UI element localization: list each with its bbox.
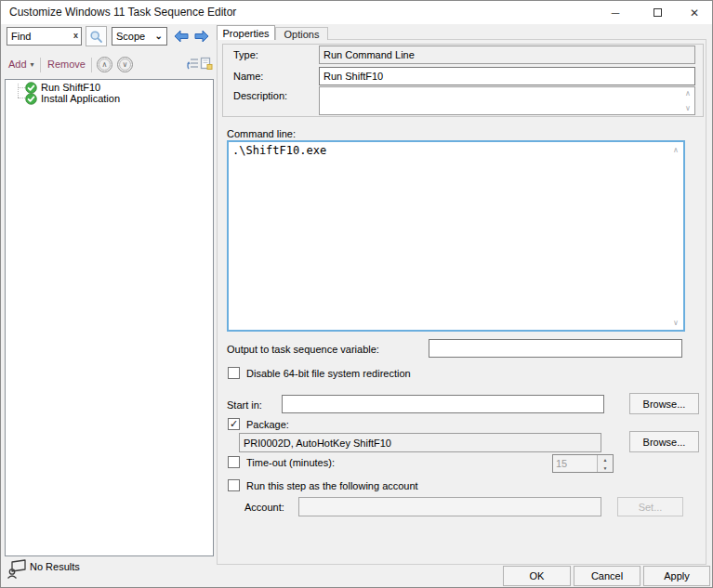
chevron-down-icon: ⌄ xyxy=(155,31,163,41)
timeout-spinner: ▲ ▼ xyxy=(552,454,614,473)
checkbox-box xyxy=(228,456,240,468)
timeout-value-field xyxy=(553,455,597,472)
task-sequence-editor-window: Customize Windows 11 Task Sequence Edito… xyxy=(0,0,713,588)
type-label: Type: xyxy=(233,49,258,60)
no-results-icon xyxy=(7,557,27,580)
remove-button[interactable]: Remove xyxy=(47,59,86,70)
tab-properties[interactable]: Properties xyxy=(217,25,275,40)
tab-properties-label: Properties xyxy=(222,28,269,39)
tree-connector xyxy=(18,84,19,98)
browse-label: Browse... xyxy=(643,399,686,410)
timeout-checkbox[interactable]: Time-out (minutes): xyxy=(228,456,335,468)
clear-find-icon[interactable]: x xyxy=(73,31,78,40)
window-title: Customize Windows 11 Task Sequence Edito… xyxy=(9,6,236,19)
spin-down-icon: ▼ xyxy=(598,464,613,472)
arrow-left-icon xyxy=(173,29,190,44)
command-line-field[interactable]: .\ShiftF10.exe xyxy=(227,140,685,332)
find-next-button[interactable] xyxy=(191,26,211,46)
browse-package-button[interactable]: Browse... xyxy=(629,431,699,452)
arrow-right-icon xyxy=(193,29,210,44)
disable-64bit-label: Disable 64-bit file system redirection xyxy=(246,368,411,379)
tree-item-label: Install Application xyxy=(41,93,120,104)
browse-start-in-button[interactable]: Browse... xyxy=(629,393,699,414)
account-field xyxy=(298,497,601,516)
task-sequence-tree: Run ShiftF10 Install Application xyxy=(5,79,214,556)
status-text: No Results xyxy=(30,561,80,572)
output-variable-field[interactable] xyxy=(429,339,682,358)
apply-label: Apply xyxy=(664,570,690,581)
scope-value: Scope xyxy=(116,31,145,42)
find-field-wrap: x xyxy=(7,27,82,46)
collapse-all-icon xyxy=(186,57,199,71)
toolbar-separator xyxy=(91,58,92,72)
package-label: Package: xyxy=(246,419,289,430)
cancel-button[interactable]: Cancel xyxy=(574,566,640,586)
add-label: Add xyxy=(8,59,27,70)
description-field[interactable] xyxy=(319,86,695,115)
move-up-button[interactable]: ∧ xyxy=(97,57,112,72)
set-label: Set... xyxy=(639,502,663,513)
close-icon: ✕ xyxy=(690,7,699,20)
minimize-icon: ─ xyxy=(612,7,620,20)
command-line-label: Command line: xyxy=(227,128,296,139)
run-as-account-checkbox[interactable]: Run this step as the following account xyxy=(228,479,418,491)
title-bar: Customize Windows 11 Task Sequence Edito… xyxy=(1,1,712,24)
add-button[interactable]: Add ▾ xyxy=(8,59,34,70)
tree-connector xyxy=(18,87,25,88)
set-account-button: Set... xyxy=(617,497,683,516)
chevron-up-icon: ∧ xyxy=(102,61,108,69)
spin-up-icon: ▲ xyxy=(598,455,613,464)
disable-64bit-checkbox[interactable]: Disable 64-bit file system redirection xyxy=(228,367,411,379)
run-as-account-label: Run this step as the following account xyxy=(246,480,418,491)
spinner-buttons: ▲ ▼ xyxy=(597,455,613,472)
scope-dropdown[interactable]: Scope ⌄ xyxy=(112,27,167,46)
chevron-down-icon: ∨ xyxy=(123,61,128,69)
toolbar-separator xyxy=(40,58,41,72)
browse-label: Browse... xyxy=(643,437,686,448)
search-icon xyxy=(89,30,103,44)
move-down-button[interactable]: ∨ xyxy=(117,57,133,72)
tab-options-label: Options xyxy=(284,29,320,40)
search-button[interactable] xyxy=(86,26,107,46)
package-checkbox[interactable]: ✓ Package: xyxy=(228,418,289,430)
tab-options[interactable]: Options xyxy=(275,27,328,40)
minimize-button[interactable]: ─ xyxy=(600,1,631,24)
tree-item-install-application[interactable]: Install Application xyxy=(25,92,120,105)
apply-button[interactable]: Apply xyxy=(643,566,710,586)
ok-label: OK xyxy=(530,570,545,581)
package-field xyxy=(239,433,601,452)
expand-all-button[interactable] xyxy=(200,57,213,72)
tree-connector xyxy=(18,98,25,98)
start-in-label: Start in: xyxy=(227,399,262,411)
checkbox-check-icon: ✓ xyxy=(228,418,240,430)
start-in-field[interactable] xyxy=(282,395,604,413)
output-variable-label: Output to task sequence variable: xyxy=(227,344,379,355)
checkbox-box xyxy=(228,479,240,491)
cancel-label: Cancel xyxy=(591,570,623,581)
find-input[interactable] xyxy=(7,27,82,46)
name-label: Name: xyxy=(233,71,263,82)
maximize-button[interactable] xyxy=(641,1,673,24)
checkbox-box xyxy=(228,367,240,379)
description-label: Description: xyxy=(233,90,287,101)
timeout-label: Time-out (minutes): xyxy=(246,457,335,468)
account-label: Account: xyxy=(244,502,284,513)
remove-label: Remove xyxy=(47,59,86,70)
maximize-icon xyxy=(654,8,662,17)
add-dropdown-caret-icon: ▾ xyxy=(31,60,34,69)
expand-all-icon xyxy=(200,57,213,71)
name-field[interactable] xyxy=(319,67,695,85)
close-button[interactable]: ✕ xyxy=(679,1,710,24)
type-field xyxy=(319,46,695,64)
success-check-icon xyxy=(25,93,37,105)
collapse-all-button[interactable] xyxy=(186,57,199,72)
search-results-status xyxy=(7,557,27,581)
ok-button[interactable]: OK xyxy=(503,566,571,586)
find-previous-button[interactable] xyxy=(171,26,191,46)
